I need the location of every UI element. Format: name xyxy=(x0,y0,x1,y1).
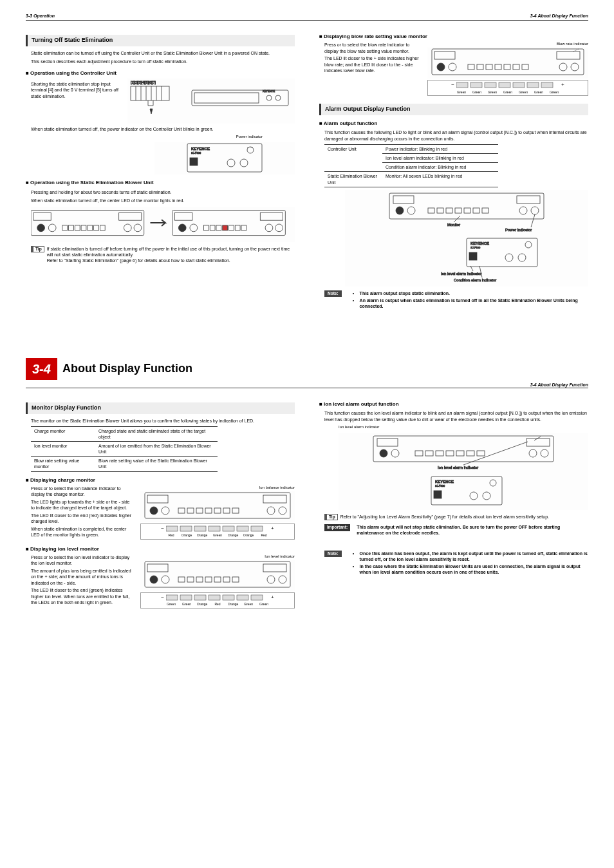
svg-rect-129 xyxy=(194,595,206,600)
svg-rect-143 xyxy=(436,451,443,456)
svg-text:Ion level alarm indicator: Ion level alarm indicator xyxy=(438,466,478,469)
p: The amount of plus ions being emitted is… xyxy=(31,568,134,586)
svg-rect-46 xyxy=(235,225,240,231)
subh-charge: Displaying charge monitor xyxy=(26,477,295,484)
svg-rect-114 xyxy=(147,564,168,572)
svg-rect-106 xyxy=(166,526,178,531)
svg-rect-71 xyxy=(517,196,540,203)
svg-rect-146 xyxy=(467,451,474,456)
p: When static elimination turned off, the … xyxy=(31,126,295,132)
svg-point-25 xyxy=(124,224,131,232)
svg-text:SJ-F300: SJ-F300 xyxy=(191,151,201,155)
svg-rect-78 xyxy=(446,208,452,213)
illus-blower-pair xyxy=(31,207,295,242)
svg-point-96 xyxy=(162,507,169,514)
table-alarm: Controller UnitPower indicator: Blinking… xyxy=(324,144,498,187)
svg-point-118 xyxy=(267,576,275,583)
svg-rect-100 xyxy=(187,508,194,513)
tip-text: Refer to "Adjusting Ion Level Alarm Sens… xyxy=(340,514,549,520)
p: This function causes the ion level alarm… xyxy=(324,410,588,422)
subh-ion: Displaying ion level monitor xyxy=(26,546,295,552)
svg-rect-121 xyxy=(187,577,194,582)
tip-label: Tip xyxy=(31,246,44,252)
p: The monitor on the Static Elimination Bl… xyxy=(31,418,295,424)
tip-text: If static elimination is turned off befo… xyxy=(47,247,290,257)
svg-rect-125 xyxy=(223,577,230,582)
svg-rect-63 xyxy=(470,82,482,88)
svg-rect-30 xyxy=(81,225,86,231)
section-alarm: Alarm Output Display Function xyxy=(319,104,588,115)
chapter-num: 3-4 xyxy=(26,358,57,380)
svg-text:KEYENCE: KEYENCE xyxy=(435,480,454,484)
p: Press or to select the ion level indicat… xyxy=(31,554,134,567)
svg-rect-124 xyxy=(214,577,221,582)
svg-rect-22 xyxy=(119,212,142,220)
svg-point-88 xyxy=(505,254,513,261)
svg-rect-35 xyxy=(175,212,192,220)
svg-rect-136 xyxy=(526,439,550,446)
svg-rect-31 xyxy=(88,225,93,231)
p: Press or to select the ion balance indic… xyxy=(31,486,134,498)
svg-rect-55 xyxy=(468,64,474,70)
p: Press or to select the blow rate indicat… xyxy=(324,42,421,54)
svg-rect-65 xyxy=(499,82,510,88)
svg-rect-79 xyxy=(455,208,461,213)
page-header: 3-3 Operation 3-4 About Display Function xyxy=(26,13,588,21)
svg-rect-21 xyxy=(33,212,51,220)
svg-point-38 xyxy=(190,224,198,232)
svg-rect-62 xyxy=(456,82,468,88)
svg-rect-9 xyxy=(194,93,259,103)
illus-charge xyxy=(140,491,295,522)
p: The LED lit closer to the + side indicat… xyxy=(324,55,421,73)
svg-point-52 xyxy=(449,63,456,71)
svg-rect-28 xyxy=(69,225,74,231)
p: This function causes the following LED t… xyxy=(324,129,588,142)
svg-rect-27 xyxy=(62,225,68,231)
svg-rect-99 xyxy=(178,508,185,513)
hdr-left: 3-3 Operation xyxy=(26,13,55,19)
svg-rect-135 xyxy=(377,439,398,446)
hdr-right: 3-4 About Display Function xyxy=(530,13,588,19)
svg-rect-133 xyxy=(251,595,263,600)
svg-rect-80 xyxy=(464,208,470,213)
section-turning-off: Turning Off Static Elimination xyxy=(26,35,295,46)
cap-blow: Blow rate indicator xyxy=(427,42,588,47)
svg-rect-44 xyxy=(223,225,228,231)
note-label: Note: xyxy=(324,551,342,557)
svg-rect-87 xyxy=(469,252,477,260)
plus-icon: + xyxy=(561,82,564,88)
svg-rect-66 xyxy=(513,82,525,88)
subh-ionalarm: Ion level alarm output function xyxy=(319,401,588,408)
svg-rect-1 xyxy=(131,86,169,100)
svg-rect-147 xyxy=(477,451,485,456)
chapter-row: 3-4 About Display Function 3-4 About Dis… xyxy=(26,313,588,388)
svg-point-89 xyxy=(518,254,526,261)
svg-rect-45 xyxy=(229,225,234,231)
caption-power: Power indicator xyxy=(26,135,263,140)
svg-rect-17 xyxy=(190,158,198,165)
svg-rect-115 xyxy=(263,564,286,572)
svg-point-19 xyxy=(240,159,248,167)
chapter-title: About Display Function xyxy=(62,361,192,376)
svg-text:[1][2][3][4][5][6][7]: [1][2][3][4][5][6][7] xyxy=(131,80,156,84)
cap: Ion level alarm indicator xyxy=(339,425,588,430)
led-labels: GreenGreenGreenGreenGreenGreenGreen xyxy=(431,90,585,95)
illus-terminal: [1][2][3][4][5][6][7] KEYENCE xyxy=(127,79,295,124)
chapter-right: 3-4 About Display Function xyxy=(530,382,588,388)
svg-point-37 xyxy=(178,224,186,232)
svg-rect-109 xyxy=(209,526,220,531)
tip-box: Tip If static elimination is turned off … xyxy=(31,246,295,263)
svg-point-155 xyxy=(483,492,490,500)
subh-blowrate: Displaying blow rate setting value monit… xyxy=(319,33,588,40)
cap-mon: Monitor xyxy=(447,223,460,227)
svg-point-74 xyxy=(519,207,527,214)
svg-rect-122 xyxy=(196,577,203,582)
tip2: Tip Refer to "Adjusting Ion Level Alarm … xyxy=(324,514,588,520)
svg-text:Ion level alarm indicator: Ion level alarm indicator xyxy=(441,272,481,276)
cap-ion: Ion level indicator xyxy=(140,554,295,560)
note1: Note: This alarm output stops static eli… xyxy=(324,290,588,310)
p: Shorting the static elimination stop inp… xyxy=(31,81,121,99)
illus-ion xyxy=(140,560,295,591)
svg-rect-50 xyxy=(557,52,580,59)
svg-rect-145 xyxy=(456,451,464,456)
